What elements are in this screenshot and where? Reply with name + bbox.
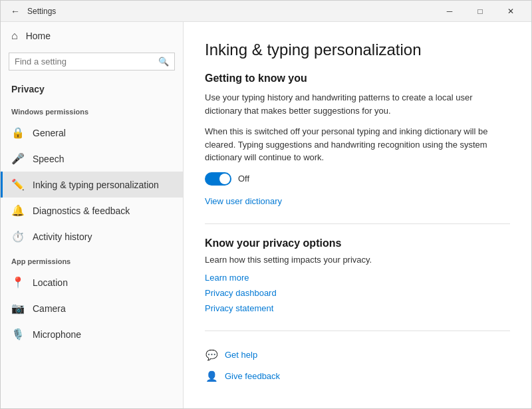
description1: Use your typing history and handwriting … — [205, 91, 510, 117]
privacy-label: Privacy — [1, 78, 183, 100]
description2: When this is switched off your personal … — [205, 125, 510, 164]
page-title: Inking & typing personalization — [205, 41, 510, 59]
camera-icon: 📷 — [11, 302, 25, 315]
sidebar-item-camera-label: Camera — [33, 303, 66, 314]
toggle-row: Off — [205, 172, 510, 186]
search-box[interactable]: 🔍 — [9, 53, 175, 70]
maximize-button[interactable]: □ — [465, 1, 495, 22]
sidebar-item-camera[interactable]: 📷 Camera — [1, 295, 183, 321]
sidebar-item-general[interactable]: 🔒 General — [1, 120, 183, 146]
back-icon: ← — [11, 6, 20, 17]
privacy-dashboard-link[interactable]: Privacy dashboard — [205, 288, 277, 298]
sidebar-item-speech[interactable]: 🎤 Speech — [1, 146, 183, 172]
get-help-label: Get help — [225, 350, 257, 360]
give-feedback-icon: 👤 — [205, 370, 218, 383]
minimize-icon: ─ — [447, 7, 453, 16]
toggle-switch[interactable] — [205, 172, 231, 186]
content-area: Inking & typing personalization Getting … — [184, 22, 531, 408]
get-help-row[interactable]: 💬 Get help — [205, 344, 510, 366]
sidebar: ⌂ Home 🔍 Privacy Windows permissions 🔒 G… — [1, 22, 184, 408]
privacy-statement-link[interactable]: Privacy statement — [205, 303, 273, 313]
inking-icon: ✏️ — [11, 178, 25, 191]
search-input[interactable] — [15, 57, 158, 67]
give-feedback-row[interactable]: 👤 Give feedback — [205, 366, 510, 387]
sidebar-item-microphone[interactable]: 🎙️ Microphone — [1, 321, 183, 347]
sidebar-item-home[interactable]: ⌂ Home — [1, 22, 183, 50]
windows-permissions-label: Windows permissions — [1, 100, 183, 120]
toggle-knob — [219, 174, 230, 184]
general-icon: 🔒 — [11, 126, 25, 139]
main-content: ⌂ Home 🔍 Privacy Windows permissions 🔒 G… — [1, 22, 531, 408]
back-button[interactable]: ← — [6, 2, 25, 21]
sidebar-item-inking-label: Inking & typing personalization — [33, 180, 159, 190]
learn-more-link[interactable]: Learn more — [205, 273, 249, 283]
window-controls: ─ □ ✕ — [434, 1, 526, 22]
sidebar-item-inking[interactable]: ✏️ Inking & typing personalization — [1, 172, 183, 198]
section-divider — [205, 223, 510, 224]
location-icon: 📍 — [11, 276, 25, 289]
app-permissions-label: App permissions — [1, 249, 183, 269]
activity-icon: ⏱️ — [11, 230, 25, 243]
get-help-icon: 💬 — [205, 348, 218, 362]
sidebar-item-location-label: Location — [33, 277, 68, 288]
sidebar-item-activity-label: Activity history — [33, 231, 92, 242]
speech-icon: 🎤 — [11, 152, 25, 165]
maximize-icon: □ — [477, 7, 482, 16]
sidebar-item-general-label: General — [33, 128, 66, 138]
window-title: Settings — [27, 7, 434, 16]
privacy-desc: Learn how this setting impacts your priv… — [205, 255, 510, 265]
microphone-icon: 🎙️ — [11, 328, 25, 341]
home-icon: ⌂ — [11, 30, 18, 42]
give-feedback-label: Give feedback — [225, 371, 280, 381]
action-divider — [205, 331, 510, 331]
titlebar: ← Settings ─ □ ✕ — [1, 1, 531, 22]
section2-title: Know your privacy options — [205, 237, 510, 249]
home-label: Home — [26, 31, 51, 41]
toggle-label: Off — [238, 174, 249, 184]
section1-title: Getting to know you — [205, 72, 510, 84]
close-icon: ✕ — [507, 7, 514, 16]
sidebar-item-diagnostics-label: Diagnostics & feedback — [33, 205, 130, 216]
sidebar-item-location[interactable]: 📍 Location — [1, 269, 183, 295]
settings-window: ← Settings ─ □ ✕ ⌂ Home 🔍 — [0, 0, 532, 409]
minimize-button[interactable]: ─ — [434, 1, 465, 22]
sidebar-item-microphone-label: Microphone — [33, 329, 81, 340]
diagnostics-icon: 🔔 — [11, 204, 25, 217]
view-user-dictionary-link[interactable]: View user dictionary — [205, 196, 282, 206]
close-button[interactable]: ✕ — [495, 1, 526, 22]
search-icon[interactable]: 🔍 — [158, 57, 169, 67]
sidebar-item-speech-label: Speech — [33, 154, 64, 164]
sidebar-item-activity[interactable]: ⏱️ Activity history — [1, 223, 183, 249]
sidebar-item-diagnostics[interactable]: 🔔 Diagnostics & feedback — [1, 198, 183, 223]
